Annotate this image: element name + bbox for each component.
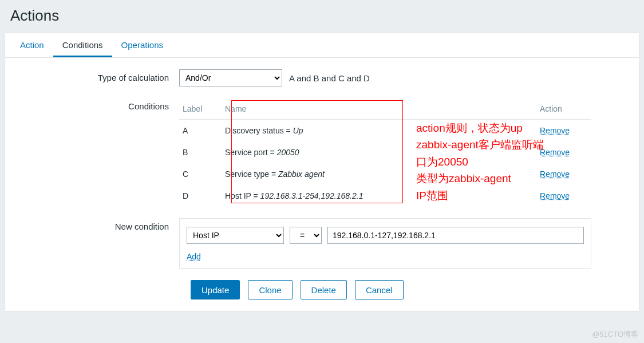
cancel-button[interactable]: Cancel xyxy=(355,280,404,299)
tab-operations[interactable]: Operations xyxy=(112,33,172,57)
watermark: @51CTO博客 xyxy=(592,329,638,340)
select-calc-type[interactable]: And/Or xyxy=(179,69,282,86)
select-condition-operator[interactable]: = xyxy=(290,227,322,244)
condition-row: C Service type = Zabbix agent Remove xyxy=(179,163,591,185)
input-condition-value[interactable] xyxy=(327,227,584,244)
panel: Action Conditions Operations Type of cal… xyxy=(5,33,639,312)
header-name: Name xyxy=(225,104,540,113)
tab-conditions[interactable]: Conditions xyxy=(53,33,112,57)
select-condition-field[interactable]: Host IP xyxy=(187,227,284,244)
conditions-table: Label Name Action A Discovery status = U… xyxy=(179,98,591,207)
clone-button[interactable]: Clone xyxy=(248,280,292,299)
cond-name: Service type = Zabbix agent xyxy=(225,169,540,179)
conditions-header: Label Name Action xyxy=(179,98,591,120)
button-row: Update Clone Delete Cancel xyxy=(13,280,631,299)
label-newcondition: New condition xyxy=(13,218,179,231)
cond-label: A xyxy=(179,126,225,135)
label-calc: Type of calculation xyxy=(13,69,179,82)
remove-link[interactable]: Remove xyxy=(540,191,570,200)
cond-label: D xyxy=(179,191,225,200)
add-link[interactable]: Add xyxy=(187,252,201,261)
cond-name: Discovery status = Up xyxy=(225,126,540,135)
cond-name: Host IP = 192.168.3.1-254,192.168.2.1 xyxy=(225,191,540,200)
cond-name: Service port = 20050 xyxy=(225,148,540,157)
label-conditions: Conditions xyxy=(13,98,179,111)
row-newcondition: New condition Host IP = Add xyxy=(13,218,631,269)
header-action: Action xyxy=(540,104,591,113)
header-label: Label xyxy=(179,104,225,113)
condition-row: D Host IP = 192.168.3.1-254,192.168.2.1 … xyxy=(179,185,591,207)
remove-link[interactable]: Remove xyxy=(540,148,570,157)
remove-link[interactable]: Remove xyxy=(540,169,570,179)
condition-row: B Service port = 20050 Remove xyxy=(179,141,591,163)
row-calc: Type of calculation And/Or A and B and C… xyxy=(13,69,631,86)
remove-link[interactable]: Remove xyxy=(540,126,570,135)
update-button[interactable]: Update xyxy=(191,280,240,299)
tabs: Action Conditions Operations xyxy=(5,33,639,58)
cond-label: B xyxy=(179,148,225,157)
row-conditions: Conditions Label Name Action A Discovery… xyxy=(13,98,631,207)
page-title: Actions xyxy=(0,0,644,33)
delete-button[interactable]: Delete xyxy=(301,280,347,299)
cond-label: C xyxy=(179,169,225,179)
condition-row: A Discovery status = Up Remove xyxy=(179,120,591,141)
tab-action[interactable]: Action xyxy=(11,33,53,57)
form-body: Type of calculation And/Or A and B and C… xyxy=(5,58,639,311)
new-condition-box: Host IP = Add xyxy=(179,218,591,269)
calc-expression: A and B and C and D xyxy=(289,73,370,83)
